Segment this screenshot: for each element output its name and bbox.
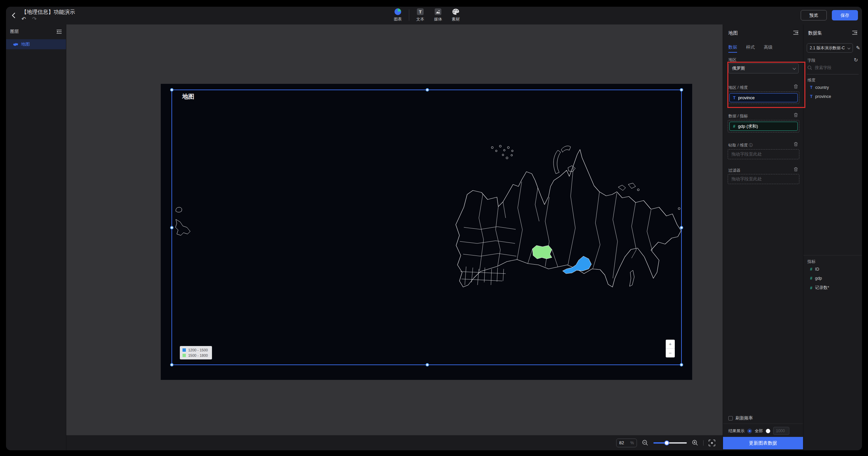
tab-style[interactable]: 样式: [746, 44, 755, 53]
text-field-icon: T: [810, 94, 812, 99]
toolbar-divider: [409, 9, 409, 21]
trash-icon[interactable]: [794, 113, 798, 117]
trash-icon[interactable]: [794, 84, 798, 89]
zoom-out-icon[interactable]: [642, 439, 648, 446]
number-field-icon: #: [810, 276, 812, 281]
text-field-icon: T: [733, 95, 735, 100]
zoom-percent-input[interactable]: [619, 440, 628, 445]
map-zoom-in-button[interactable]: +: [666, 340, 675, 348]
selection-handle[interactable]: [170, 226, 174, 229]
preview-button[interactable]: 预览: [801, 10, 827, 21]
metric-chip-label: gdp (求和): [738, 123, 758, 130]
selection-handle[interactable]: [680, 88, 683, 91]
tab-data[interactable]: 数据: [728, 44, 737, 53]
text-field-icon: T: [810, 85, 812, 90]
refresh-fields-icon[interactable]: ↻: [854, 57, 858, 63]
selection-handle[interactable]: [170, 363, 174, 367]
settings-panel-title: 地图: [728, 30, 738, 36]
data-metric-label: 数据 / 指标: [728, 113, 748, 119]
undo-icon[interactable]: ↶: [22, 17, 26, 22]
result-all-radio[interactable]: [747, 429, 752, 433]
chevron-down-icon: [793, 66, 796, 70]
dimension-chip-label: province: [738, 95, 754, 100]
tool-media[interactable]: 媒体: [431, 8, 445, 22]
fit-to-screen-icon[interactable]: [709, 439, 715, 446]
tool-text[interactable]: T 文本: [413, 8, 427, 22]
redo-icon[interactable]: ↷: [32, 17, 36, 22]
field-gdp[interactable]: # gdp: [810, 276, 822, 281]
dataset-select[interactable]: 2.1 版本演示数据-C: [807, 43, 853, 53]
back-button[interactable]: [11, 12, 18, 19]
info-icon: ⓘ: [749, 143, 753, 147]
region-select[interactable]: 俄罗斯: [728, 63, 799, 74]
legend-row: 1200 - 1500: [183, 348, 208, 352]
filter-dropzone[interactable]: 拖动字段至此处: [728, 174, 799, 184]
field-label: ID: [815, 267, 819, 272]
field-province[interactable]: T province: [810, 94, 831, 99]
collapse-panel-icon[interactable]: [56, 29, 62, 34]
layer-item-label: 地图: [21, 41, 30, 47]
legend-label: 1200 - 1500: [188, 348, 208, 352]
result-limit-input[interactable]: [773, 427, 789, 435]
settings-tabs: 数据 样式 高级: [728, 44, 773, 53]
legend-swatch-green: [183, 354, 186, 357]
zoom-slider-thumb[interactable]: [664, 440, 670, 445]
update-chart-data-button[interactable]: 更新图表数据: [723, 437, 803, 449]
region-dimension-dropzone[interactable]: T province: [728, 91, 799, 104]
selection-handle[interactable]: [426, 363, 429, 367]
zoom-in-icon[interactable]: [692, 439, 698, 446]
top-bar: 【地理信息】功能演示 ↶ ↷ 图表 T 文本 媒体: [6, 7, 862, 25]
trash-icon[interactable]: [794, 142, 798, 146]
refresh-frequency-label: 刷新频率: [735, 415, 753, 421]
save-button[interactable]: 保存: [832, 10, 858, 21]
edit-dataset-icon[interactable]: ✎: [856, 45, 860, 51]
zoom-slider[interactable]: [653, 442, 687, 444]
dataset-panel-title: 数据集: [808, 30, 822, 36]
tool-material[interactable]: 素材: [449, 8, 462, 22]
tab-advanced[interactable]: 高级: [764, 44, 773, 53]
dimension-chip-province[interactable]: T province: [730, 93, 798, 102]
fields-label: 字段: [807, 58, 815, 63]
layer-item-map[interactable]: 地图: [6, 39, 66, 49]
palette-icon: [452, 8, 460, 15]
russia-map[interactable]: [161, 84, 692, 380]
selection-handle[interactable]: [170, 88, 174, 91]
collapse-panel-icon[interactable]: [793, 30, 799, 35]
field-label: province: [815, 94, 831, 99]
tool-chart[interactable]: 图表: [391, 8, 405, 22]
field-record-count[interactable]: # 记录数*: [810, 285, 829, 291]
selection-handle[interactable]: [680, 226, 683, 229]
workspace[interactable]: 地图 1200 - 1500 1500 - 1800 + −: [66, 25, 723, 450]
dataset-panel: 数据集 2.1 版本演示数据-C ✎ 字段 ↻ 维度 T country: [803, 25, 862, 450]
drill-dropzone[interactable]: 拖动字段至此处: [728, 149, 799, 159]
result-limit-radio[interactable]: [766, 429, 770, 433]
app-window: 【地理信息】功能演示 ↶ ↷ 图表 T 文本 媒体: [6, 7, 862, 450]
field-country[interactable]: T country: [810, 85, 829, 90]
layers-panel: 图层 地图: [6, 25, 66, 450]
map-legend: 1200 - 1500 1500 - 1800: [180, 346, 212, 360]
refresh-frequency-checkbox[interactable]: [728, 416, 733, 421]
selection-handle[interactable]: [426, 88, 429, 91]
metric-dropzone[interactable]: # gdp (求和): [728, 120, 799, 133]
divider: [703, 440, 704, 446]
topbar-actions: 预览 保存: [801, 10, 858, 21]
map-zoom-out-button[interactable]: −: [666, 349, 675, 358]
map-chart-canvas[interactable]: 地图 1200 - 1500 1500 - 1800 + −: [161, 84, 692, 380]
zoom-percent-field[interactable]: %: [616, 438, 637, 447]
chevron-left-icon: [11, 12, 17, 19]
trash-icon[interactable]: [794, 167, 798, 172]
number-field-icon: #: [810, 286, 812, 290]
dataset-select-value: 2.1 版本演示数据-C: [810, 45, 849, 51]
field-search-input[interactable]: [815, 65, 855, 70]
divider: [723, 424, 803, 424]
collapse-panel-icon[interactable]: [852, 30, 858, 35]
pie-chart-icon: [395, 8, 401, 15]
metric-chip-gdp[interactable]: # gdp (求和): [730, 122, 798, 131]
legend-row: 1500 - 1800: [183, 353, 208, 358]
legend-swatch-blue: [183, 348, 186, 352]
canvas-zoom-bar: %: [66, 435, 723, 450]
field-id[interactable]: # ID: [810, 267, 819, 272]
divider: [807, 74, 859, 75]
dataset-select-row: 2.1 版本演示数据-C ✎: [807, 43, 860, 53]
selection-handle[interactable]: [680, 363, 683, 367]
